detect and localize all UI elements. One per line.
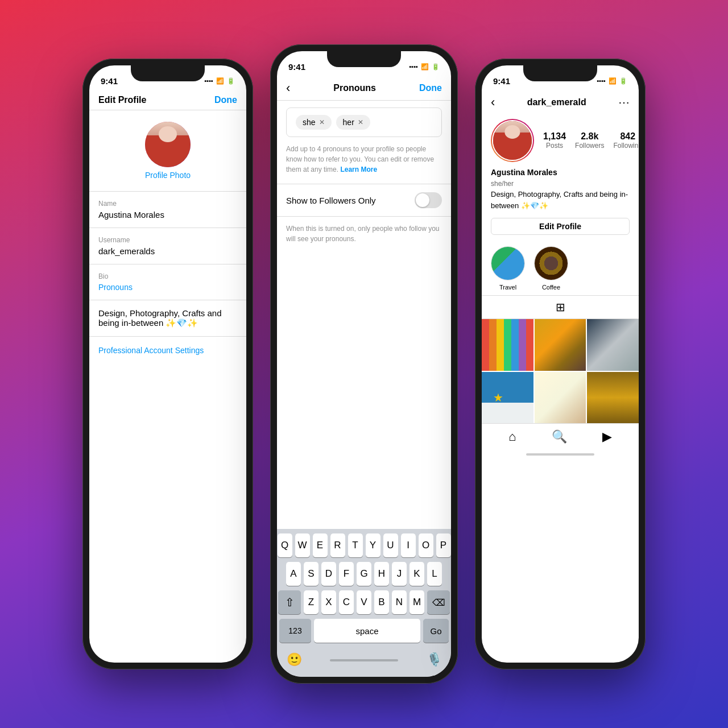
grid-photo-1[interactable] (482, 319, 533, 371)
bio-pronouns: she/her (491, 179, 630, 189)
grid-photo-6[interactable] (587, 372, 639, 424)
mic-key[interactable]: 🎙️ (424, 650, 444, 670)
key-i[interactable]: I (401, 533, 416, 557)
coffee-label: Coffee (542, 284, 560, 291)
bio-name: Agustina Morales (491, 167, 630, 179)
nav-bar-3: ‹ dark_emerald ⋯ (482, 90, 639, 114)
stat-following[interactable]: 842 Following (613, 131, 639, 150)
stat-posts[interactable]: 1,134 Posts (543, 131, 566, 150)
key-z[interactable]: Z (304, 590, 318, 614)
pronoun-tag-her[interactable]: her ✕ (336, 115, 370, 130)
key-o[interactable]: O (419, 533, 433, 557)
key-q[interactable]: Q (278, 533, 292, 557)
key-v[interactable]: V (357, 590, 371, 614)
key-shift[interactable]: ⇧ (278, 590, 301, 614)
key-f[interactable]: F (339, 562, 354, 586)
keyboard-extras: 🙂 🎙️ (279, 647, 449, 675)
travel-image (491, 247, 524, 280)
profile-stats: 1,134 Posts 2.8k Followers 842 Following (543, 131, 639, 150)
avatar-image-1 (145, 122, 191, 167)
settings-link[interactable]: Professional Account Settings (89, 337, 246, 364)
key-r[interactable]: R (330, 533, 345, 557)
following-count: 842 (613, 131, 639, 142)
edit-profile-button[interactable]: Edit Profile (491, 218, 630, 235)
bio-text[interactable]: Design, Photography, Crafts and being in… (98, 308, 237, 328)
notch-2 (327, 51, 401, 67)
remove-she[interactable]: ✕ (319, 118, 325, 126)
pronoun-she: she (303, 118, 316, 127)
nav-title-1: Edit Profile (98, 95, 146, 105)
pronouns-description: Add up to 4 pronouns to your profile so … (277, 144, 451, 184)
key-h[interactable]: H (374, 562, 389, 586)
key-y[interactable]: Y (366, 533, 380, 557)
key-d[interactable]: D (321, 562, 336, 586)
key-b[interactable]: B (374, 590, 389, 614)
avatar-ring-3[interactable] (491, 119, 534, 162)
home-bar-3 (526, 453, 594, 456)
learn-more-link[interactable]: Learn More (340, 166, 377, 173)
reels-nav-icon[interactable]: ▶ (602, 429, 612, 444)
phone-edit-profile: 9:41 ▪▪▪▪ 📶 🔋 Edit Profile Done Profile … (82, 59, 253, 669)
name-value[interactable]: Agustina Morales (98, 210, 237, 220)
back-button-2[interactable]: ‹ (286, 81, 290, 96)
key-t[interactable]: T (348, 533, 363, 557)
followers-label: Followers (575, 142, 604, 150)
pronoun-tag-she[interactable]: she ✕ (296, 115, 332, 130)
status-icons-1: ▪▪▪▪ 📶 🔋 (204, 77, 235, 85)
more-options[interactable]: ⋯ (618, 96, 630, 109)
highlight-coffee[interactable]: Coffee (534, 246, 568, 291)
home-nav-icon[interactable]: ⌂ (508, 429, 516, 444)
key-m[interactable]: M (410, 590, 424, 614)
remove-her[interactable]: ✕ (358, 118, 363, 126)
keyboard-row-1: Q W E R T Y U I O P (279, 533, 449, 557)
key-u[interactable]: U (383, 533, 398, 557)
home-bar (330, 659, 398, 661)
grid-icon[interactable]: ⊞ (556, 300, 565, 314)
key-s[interactable]: S (304, 562, 318, 586)
highlight-travel[interactable]: Travel (491, 246, 525, 291)
key-n[interactable]: N (392, 590, 407, 614)
profile-bio: Agustina Morales she/her Design, Photogr… (482, 167, 639, 218)
key-g[interactable]: G (357, 562, 371, 586)
username-value[interactable]: dark_emeralds (98, 246, 237, 256)
back-button-3[interactable]: ‹ (491, 95, 495, 110)
grid-photo-5[interactable] (535, 372, 586, 424)
profile-avatar-section: Profile Photo (89, 110, 246, 192)
key-delete[interactable]: ⌫ (427, 590, 450, 614)
coffee-image (535, 247, 568, 280)
keyboard-row-3: ⇧ Z X C V B N M ⌫ (279, 590, 449, 614)
key-w[interactable]: W (295, 533, 310, 557)
key-c[interactable]: C (339, 590, 354, 614)
key-j[interactable]: J (392, 562, 407, 586)
key-l[interactable]: L (427, 562, 442, 586)
followers-toggle[interactable] (415, 192, 442, 208)
profile-photo-link[interactable]: Profile Photo (145, 171, 191, 180)
status-icons-3: ▪▪▪▪ 📶 🔋 (597, 77, 627, 85)
emoji-key[interactable]: 🙂 (284, 650, 304, 670)
search-nav-icon[interactable]: 🔍 (552, 429, 567, 444)
done-button-2[interactable]: Done (419, 83, 442, 93)
key-go[interactable]: Go (423, 619, 449, 643)
key-e[interactable]: E (313, 533, 328, 557)
grid-photo-2[interactable] (535, 319, 586, 371)
time-2: 9:41 (288, 62, 305, 72)
photo-grid: ★ (482, 319, 639, 423)
stat-followers[interactable]: 2.8k Followers (575, 131, 604, 150)
grid-photo-3[interactable] (587, 319, 639, 371)
key-a[interactable]: A (286, 562, 301, 586)
name-field-row: Name Agustina Morales (89, 192, 246, 228)
pronouns-link[interactable]: Pronouns (98, 283, 237, 292)
key-numbers[interactable]: 123 (279, 619, 311, 643)
name-label: Name (98, 200, 237, 208)
key-space[interactable]: space (314, 619, 420, 643)
done-button-1[interactable]: Done (214, 95, 237, 105)
key-p[interactable]: P (436, 533, 451, 557)
keyboard: Q W E R T Y U I O P A S D F G H J K L (277, 529, 451, 677)
key-k[interactable]: K (410, 562, 424, 586)
followers-toggle-row: Show to Followers Only (277, 184, 451, 217)
pronoun-her: her (343, 118, 354, 127)
grid-icon-row: ⊞ (482, 295, 639, 319)
grid-photo-4[interactable]: ★ (482, 372, 533, 424)
key-x[interactable]: X (321, 590, 336, 614)
time-3: 9:41 (493, 76, 510, 86)
